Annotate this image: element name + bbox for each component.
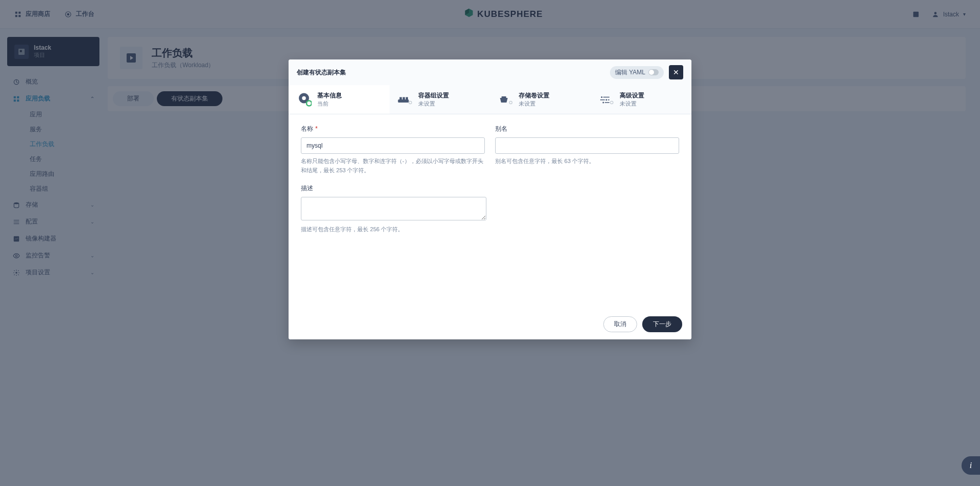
form-col-name: 名称* 名称只能包含小写字母、数字和连字符（-），必须以小写字母或数字开头和结尾… <box>301 125 485 175</box>
edit-yaml-label: 编辑 YAML <box>615 68 645 77</box>
svg-rect-30 <box>600 99 605 100</box>
basic-icon <box>296 92 312 107</box>
step-adv-sub: 未设置 <box>620 100 644 108</box>
modal-footer: 取消 下一步 <box>289 309 691 339</box>
step-vol-text: 存储卷设置 未设置 <box>519 91 549 108</box>
svg-rect-23 <box>405 97 408 100</box>
step-basic[interactable]: 基本信息 当前 <box>289 85 390 114</box>
desc-hint: 描述可包含任意字符，最长 256 个字符。 <box>301 225 486 234</box>
svg-rect-31 <box>608 99 609 100</box>
step-vol[interactable]: 存储卷设置 未设置 <box>490 85 591 114</box>
help-bubble[interactable]: i <box>962 456 980 475</box>
step-pod[interactable]: 容器组设置 未设置 <box>390 85 491 114</box>
step-adv-title: 高级设置 <box>620 91 644 100</box>
adv-icon <box>598 92 615 107</box>
svg-point-26 <box>509 101 512 104</box>
svg-point-24 <box>409 101 411 104</box>
name-label: 名称* <box>301 125 485 133</box>
step-basic-title: 基本信息 <box>317 91 342 100</box>
svg-point-18 <box>302 96 306 100</box>
alias-label: 别名 <box>495 125 679 133</box>
modal-title: 创建有状态副本集 <box>297 68 346 77</box>
form-col-alias: 别名 别名可包含任意字符，最长 63 个字符。 <box>495 125 679 175</box>
svg-rect-25 <box>502 96 506 98</box>
svg-rect-33 <box>605 102 609 103</box>
svg-point-19 <box>307 101 312 106</box>
step-vol-title: 存储卷设置 <box>519 91 549 100</box>
svg-point-29 <box>605 99 607 100</box>
svg-point-34 <box>610 101 612 104</box>
desc-textarea[interactable] <box>301 197 486 220</box>
cancel-button[interactable]: 取消 <box>603 316 637 332</box>
edit-yaml-button[interactable]: 编辑 YAML <box>610 66 664 79</box>
form-body: 名称* 名称只能包含小写字母、数字和连字符（-），必须以小写字母或数字开头和结尾… <box>289 114 691 309</box>
name-hint: 名称只能包含小写字母、数字和连字符（-），必须以小写字母或数字开头和结尾，最长 … <box>301 157 485 175</box>
svg-point-27 <box>601 96 602 98</box>
modal-head: 创建有状态副本集 编辑 YAML ✕ <box>289 59 691 85</box>
name-input[interactable] <box>301 137 485 154</box>
svg-point-32 <box>602 102 604 104</box>
svg-rect-22 <box>402 97 405 100</box>
yaml-toggle[interactable] <box>648 69 659 75</box>
alias-input[interactable] <box>495 137 679 154</box>
form-col-desc: 描述 描述可包含任意字符，最长 256 个字符。 <box>301 184 486 234</box>
close-icon: ✕ <box>673 68 679 76</box>
form-row-2: 描述 描述可包含任意字符，最长 256 个字符。 <box>301 184 679 234</box>
step-pod-title: 容器组设置 <box>418 91 449 100</box>
required-mark: * <box>315 125 318 132</box>
steps: 基本信息 当前 容器组设置 未设置 存储卷设置 未设置 <box>289 85 691 114</box>
form-row-1: 名称* 名称只能包含小写字母、数字和连字符（-），必须以小写字母或数字开头和结尾… <box>301 125 679 175</box>
step-pod-sub: 未设置 <box>418 100 449 108</box>
name-label-text: 名称 <box>301 125 313 132</box>
step-basic-text: 基本信息 当前 <box>317 91 342 108</box>
step-pod-text: 容器组设置 未设置 <box>418 91 449 108</box>
step-basic-sub: 当前 <box>317 100 342 108</box>
vol-icon <box>497 92 514 107</box>
step-adv-text: 高级设置 未设置 <box>620 91 644 108</box>
alias-hint: 别名可包含任意字符，最长 63 个字符。 <box>495 157 679 166</box>
next-button[interactable]: 下一步 <box>642 316 682 332</box>
svg-rect-28 <box>603 97 609 98</box>
step-vol-sub: 未设置 <box>519 100 549 108</box>
help-icon: i <box>970 461 972 470</box>
modal: 创建有状态副本集 编辑 YAML ✕ 基本信息 当前 <box>289 59 691 339</box>
modal-head-right: 编辑 YAML ✕ <box>610 65 683 79</box>
pod-icon <box>397 92 413 107</box>
desc-label: 描述 <box>301 184 486 193</box>
svg-rect-21 <box>399 97 402 100</box>
close-button[interactable]: ✕ <box>669 65 683 79</box>
svg-rect-20 <box>398 99 409 103</box>
step-adv[interactable]: 高级设置 未设置 <box>591 85 692 114</box>
